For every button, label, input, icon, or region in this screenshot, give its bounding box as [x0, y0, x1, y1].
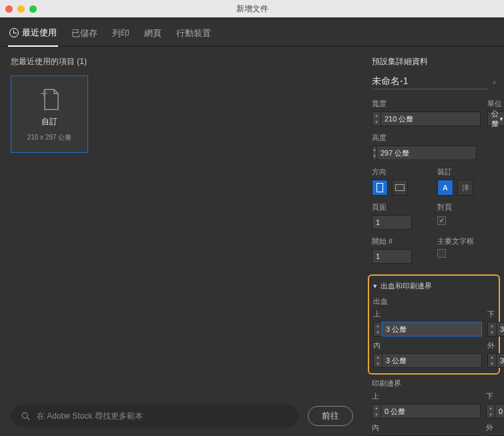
pages-label: 頁面	[372, 202, 431, 212]
tab-recent[interactable]: 最近使用	[8, 24, 58, 47]
stock-search[interactable]: 在 Adobe Stock 尋找更多範本	[11, 405, 298, 427]
slug-top-input[interactable]	[381, 404, 481, 419]
binding-label: 裝訂	[437, 167, 496, 177]
bleed-outside-stepper[interactable]: ▲▼	[487, 353, 504, 368]
bleed-highlight: ▾出血和印刷邊界 出血 上▲▼ 下▲▼ ⛓ 內▲▼ 外▲▼	[368, 274, 500, 375]
binding-rtl[interactable]: 洋	[457, 180, 473, 196]
svg-line-3	[27, 417, 30, 420]
bleed-inside-stepper[interactable]: ▲▼	[373, 353, 482, 368]
tab-saved[interactable]: 已儲存	[70, 24, 99, 46]
svg-point-2	[22, 413, 27, 418]
height-input[interactable]	[376, 146, 477, 160]
width-label: 寬度	[372, 99, 481, 109]
unit-label: 單位	[487, 99, 504, 109]
details-panel: 預設集詳細資料 寬度 ▲▼ 單位 公釐▼ 高度 ▲▼ 方向	[364, 47, 504, 436]
slug-top-stepper[interactable]: ▲▼	[372, 404, 481, 419]
pages-input[interactable]	[372, 215, 412, 230]
bleed-top-input[interactable]	[382, 322, 482, 337]
bleed-section-header[interactable]: ▾出血和印刷邊界	[373, 281, 495, 291]
panel-title: 預設集詳細資料	[372, 56, 496, 67]
orient-landscape[interactable]	[392, 180, 408, 196]
bleed-inside-input[interactable]	[382, 353, 482, 368]
category-tabs: 最近使用 已儲存 列印 網頁 行動裝置	[0, 17, 504, 47]
slug-bottom-stepper[interactable]: ▲▼	[486, 404, 504, 419]
chevron-down-icon: ▾	[373, 282, 377, 290]
svg-rect-4	[377, 184, 383, 192]
preset-card-custom[interactable]: 自訂 210 x 297 公釐	[11, 75, 88, 153]
svg-rect-5	[396, 185, 405, 191]
bleed-bottom-input[interactable]	[496, 322, 504, 337]
bleed-outside-input[interactable]	[496, 353, 504, 368]
window-title: 新增文件	[236, 3, 268, 15]
doc-name-input[interactable]	[372, 74, 489, 89]
tab-web[interactable]: 網頁	[143, 24, 163, 46]
start-label: 開始 #	[372, 236, 431, 246]
bleed-top-stepper[interactable]: ▲▼	[373, 322, 482, 337]
height-stepper[interactable]: ▲▼	[372, 146, 421, 160]
minimize-window[interactable]	[17, 5, 25, 13]
preset-dimensions: 210 x 297 公釐	[27, 133, 72, 142]
clock-icon	[9, 28, 19, 37]
primary-checkbox[interactable]	[437, 249, 446, 258]
search-placeholder: 在 Adobe Stock 尋找更多範本	[37, 411, 143, 422]
width-input[interactable]	[381, 112, 481, 126]
search-icon	[21, 412, 30, 421]
start-input[interactable]	[372, 249, 412, 264]
go-button[interactable]: 前往	[308, 406, 353, 426]
orient-label: 方向	[372, 167, 431, 177]
tab-mobile[interactable]: 行動裝置	[175, 24, 212, 46]
down-icon[interactable]: ▼	[372, 119, 381, 126]
maximize-window[interactable]	[29, 5, 37, 13]
up-icon[interactable]: ▲	[372, 112, 381, 119]
bleed-bottom-stepper[interactable]: ▲▼	[487, 322, 504, 337]
preset-area: 您最近使用的項目 (1) 自訂 210 x 297 公釐 在 Adobe Sto…	[0, 47, 364, 436]
window-controls[interactable]	[5, 5, 37, 13]
titlebar: 新增文件	[0, 0, 504, 17]
height-label: 高度	[372, 133, 496, 143]
chevron-down-icon: ▼	[499, 116, 504, 122]
slug-label: 印刷邊界	[372, 379, 496, 389]
recent-header: 您最近使用的項目 (1)	[11, 56, 353, 67]
close-window[interactable]	[5, 5, 13, 13]
page-icon	[39, 87, 59, 111]
orient-portrait[interactable]	[372, 180, 388, 196]
primary-label: 主要文字框	[437, 236, 496, 246]
facing-checkbox[interactable]: ✓	[437, 216, 446, 225]
unit-select[interactable]: 公釐▼	[487, 112, 504, 126]
bleed-label: 出血	[373, 296, 495, 306]
binding-ltr[interactable]: A	[437, 180, 453, 196]
slug-bottom-input[interactable]	[495, 404, 504, 419]
tab-print[interactable]: 列印	[111, 24, 131, 46]
facing-label: 對頁	[437, 202, 496, 212]
width-stepper[interactable]: ▲▼	[372, 112, 481, 126]
save-preset-icon[interactable]	[493, 77, 496, 87]
preset-name: 自訂	[41, 116, 57, 128]
